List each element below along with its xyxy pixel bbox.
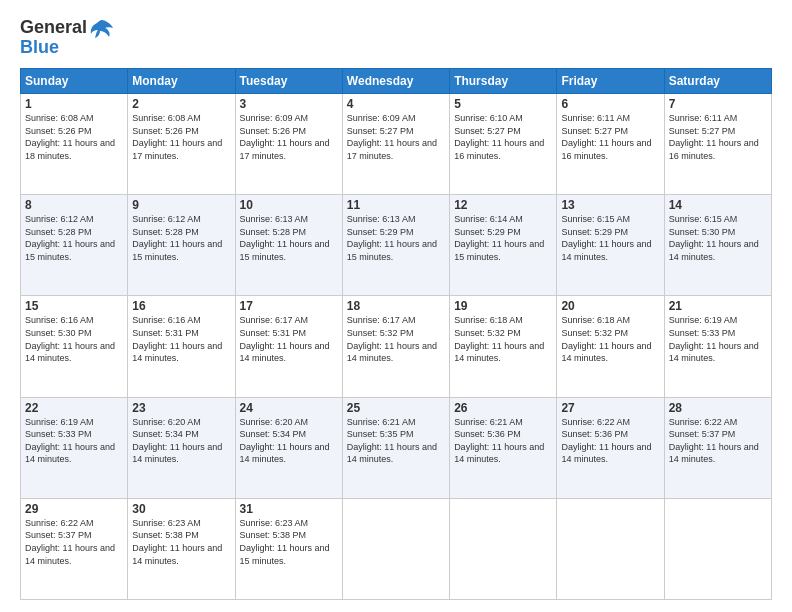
day-number: 1 (25, 97, 123, 111)
calendar-cell: 3 Sunrise: 6:09 AM Sunset: 5:26 PM Dayli… (235, 94, 342, 195)
day-number: 20 (561, 299, 659, 313)
day-number: 28 (669, 401, 767, 415)
day-info: Sunrise: 6:08 AM Sunset: 5:26 PM Dayligh… (25, 112, 123, 162)
day-info: Sunrise: 6:22 AM Sunset: 5:36 PM Dayligh… (561, 416, 659, 466)
day-info: Sunrise: 6:21 AM Sunset: 5:36 PM Dayligh… (454, 416, 552, 466)
day-info: Sunrise: 6:16 AM Sunset: 5:31 PM Dayligh… (132, 314, 230, 364)
calendar-cell (664, 498, 771, 599)
calendar-table: SundayMondayTuesdayWednesdayThursdayFrid… (20, 68, 772, 600)
day-info: Sunrise: 6:23 AM Sunset: 5:38 PM Dayligh… (240, 517, 338, 567)
calendar-cell: 14 Sunrise: 6:15 AM Sunset: 5:30 PM Dayl… (664, 195, 771, 296)
day-number: 23 (132, 401, 230, 415)
calendar-cell: 13 Sunrise: 6:15 AM Sunset: 5:29 PM Dayl… (557, 195, 664, 296)
day-number: 22 (25, 401, 123, 415)
day-number: 6 (561, 97, 659, 111)
calendar-cell: 18 Sunrise: 6:17 AM Sunset: 5:32 PM Dayl… (342, 296, 449, 397)
week-row-4: 22 Sunrise: 6:19 AM Sunset: 5:33 PM Dayl… (21, 397, 772, 498)
day-number: 11 (347, 198, 445, 212)
day-number: 24 (240, 401, 338, 415)
day-number: 30 (132, 502, 230, 516)
calendar-cell: 19 Sunrise: 6:18 AM Sunset: 5:32 PM Dayl… (450, 296, 557, 397)
day-info: Sunrise: 6:09 AM Sunset: 5:27 PM Dayligh… (347, 112, 445, 162)
weekday-header-row: SundayMondayTuesdayWednesdayThursdayFrid… (21, 69, 772, 94)
calendar-cell: 27 Sunrise: 6:22 AM Sunset: 5:36 PM Dayl… (557, 397, 664, 498)
day-number: 7 (669, 97, 767, 111)
day-info: Sunrise: 6:21 AM Sunset: 5:35 PM Dayligh… (347, 416, 445, 466)
day-info: Sunrise: 6:16 AM Sunset: 5:30 PM Dayligh… (25, 314, 123, 364)
day-info: Sunrise: 6:09 AM Sunset: 5:26 PM Dayligh… (240, 112, 338, 162)
day-info: Sunrise: 6:22 AM Sunset: 5:37 PM Dayligh… (669, 416, 767, 466)
day-info: Sunrise: 6:11 AM Sunset: 5:27 PM Dayligh… (561, 112, 659, 162)
day-number: 18 (347, 299, 445, 313)
day-number: 5 (454, 97, 552, 111)
week-row-1: 1 Sunrise: 6:08 AM Sunset: 5:26 PM Dayli… (21, 94, 772, 195)
day-info: Sunrise: 6:20 AM Sunset: 5:34 PM Dayligh… (132, 416, 230, 466)
day-number: 29 (25, 502, 123, 516)
day-number: 10 (240, 198, 338, 212)
weekday-header-saturday: Saturday (664, 69, 771, 94)
calendar-cell: 20 Sunrise: 6:18 AM Sunset: 5:32 PM Dayl… (557, 296, 664, 397)
day-number: 21 (669, 299, 767, 313)
calendar-cell: 31 Sunrise: 6:23 AM Sunset: 5:38 PM Dayl… (235, 498, 342, 599)
calendar-cell: 5 Sunrise: 6:10 AM Sunset: 5:27 PM Dayli… (450, 94, 557, 195)
day-info: Sunrise: 6:22 AM Sunset: 5:37 PM Dayligh… (25, 517, 123, 567)
calendar-cell: 29 Sunrise: 6:22 AM Sunset: 5:37 PM Dayl… (21, 498, 128, 599)
day-number: 14 (669, 198, 767, 212)
weekday-header-thursday: Thursday (450, 69, 557, 94)
day-info: Sunrise: 6:15 AM Sunset: 5:30 PM Dayligh… (669, 213, 767, 263)
calendar-cell: 1 Sunrise: 6:08 AM Sunset: 5:26 PM Dayli… (21, 94, 128, 195)
calendar-cell: 15 Sunrise: 6:16 AM Sunset: 5:30 PM Dayl… (21, 296, 128, 397)
calendar-cell: 12 Sunrise: 6:14 AM Sunset: 5:29 PM Dayl… (450, 195, 557, 296)
calendar-cell: 9 Sunrise: 6:12 AM Sunset: 5:28 PM Dayli… (128, 195, 235, 296)
calendar-cell: 28 Sunrise: 6:22 AM Sunset: 5:37 PM Dayl… (664, 397, 771, 498)
calendar-cell (450, 498, 557, 599)
week-row-2: 8 Sunrise: 6:12 AM Sunset: 5:28 PM Dayli… (21, 195, 772, 296)
weekday-header-friday: Friday (557, 69, 664, 94)
day-info: Sunrise: 6:19 AM Sunset: 5:33 PM Dayligh… (25, 416, 123, 466)
day-info: Sunrise: 6:10 AM Sunset: 5:27 PM Dayligh… (454, 112, 552, 162)
day-number: 19 (454, 299, 552, 313)
day-number: 17 (240, 299, 338, 313)
weekday-header-sunday: Sunday (21, 69, 128, 94)
day-info: Sunrise: 6:13 AM Sunset: 5:28 PM Dayligh… (240, 213, 338, 263)
day-info: Sunrise: 6:12 AM Sunset: 5:28 PM Dayligh… (25, 213, 123, 263)
calendar-cell: 26 Sunrise: 6:21 AM Sunset: 5:36 PM Dayl… (450, 397, 557, 498)
calendar-cell: 11 Sunrise: 6:13 AM Sunset: 5:29 PM Dayl… (342, 195, 449, 296)
day-number: 4 (347, 97, 445, 111)
page: General Blue SundayMondayTuesdayWednesda… (0, 0, 792, 612)
day-info: Sunrise: 6:18 AM Sunset: 5:32 PM Dayligh… (454, 314, 552, 364)
day-number: 16 (132, 299, 230, 313)
calendar-cell: 25 Sunrise: 6:21 AM Sunset: 5:35 PM Dayl… (342, 397, 449, 498)
calendar-cell: 4 Sunrise: 6:09 AM Sunset: 5:27 PM Dayli… (342, 94, 449, 195)
calendar-cell: 21 Sunrise: 6:19 AM Sunset: 5:33 PM Dayl… (664, 296, 771, 397)
calendar-cell: 17 Sunrise: 6:17 AM Sunset: 5:31 PM Dayl… (235, 296, 342, 397)
calendar-body: 1 Sunrise: 6:08 AM Sunset: 5:26 PM Dayli… (21, 94, 772, 600)
day-info: Sunrise: 6:20 AM Sunset: 5:34 PM Dayligh… (240, 416, 338, 466)
calendar-cell: 2 Sunrise: 6:08 AM Sunset: 5:26 PM Dayli… (128, 94, 235, 195)
day-number: 26 (454, 401, 552, 415)
day-info: Sunrise: 6:23 AM Sunset: 5:38 PM Dayligh… (132, 517, 230, 567)
day-info: Sunrise: 6:11 AM Sunset: 5:27 PM Dayligh… (669, 112, 767, 162)
day-number: 3 (240, 97, 338, 111)
week-row-5: 29 Sunrise: 6:22 AM Sunset: 5:37 PM Dayl… (21, 498, 772, 599)
day-number: 27 (561, 401, 659, 415)
calendar-cell: 16 Sunrise: 6:16 AM Sunset: 5:31 PM Dayl… (128, 296, 235, 397)
week-row-3: 15 Sunrise: 6:16 AM Sunset: 5:30 PM Dayl… (21, 296, 772, 397)
day-info: Sunrise: 6:19 AM Sunset: 5:33 PM Dayligh… (669, 314, 767, 364)
day-info: Sunrise: 6:08 AM Sunset: 5:26 PM Dayligh… (132, 112, 230, 162)
calendar-cell: 6 Sunrise: 6:11 AM Sunset: 5:27 PM Dayli… (557, 94, 664, 195)
day-number: 12 (454, 198, 552, 212)
calendar-cell (342, 498, 449, 599)
day-info: Sunrise: 6:15 AM Sunset: 5:29 PM Dayligh… (561, 213, 659, 263)
calendar-cell: 8 Sunrise: 6:12 AM Sunset: 5:28 PM Dayli… (21, 195, 128, 296)
header: General Blue (20, 18, 772, 58)
calendar-cell: 10 Sunrise: 6:13 AM Sunset: 5:28 PM Dayl… (235, 195, 342, 296)
calendar-cell: 23 Sunrise: 6:20 AM Sunset: 5:34 PM Dayl… (128, 397, 235, 498)
weekday-header-monday: Monday (128, 69, 235, 94)
day-number: 13 (561, 198, 659, 212)
day-info: Sunrise: 6:17 AM Sunset: 5:32 PM Dayligh… (347, 314, 445, 364)
calendar-cell: 22 Sunrise: 6:19 AM Sunset: 5:33 PM Dayl… (21, 397, 128, 498)
weekday-header-tuesday: Tuesday (235, 69, 342, 94)
day-number: 8 (25, 198, 123, 212)
calendar-cell (557, 498, 664, 599)
